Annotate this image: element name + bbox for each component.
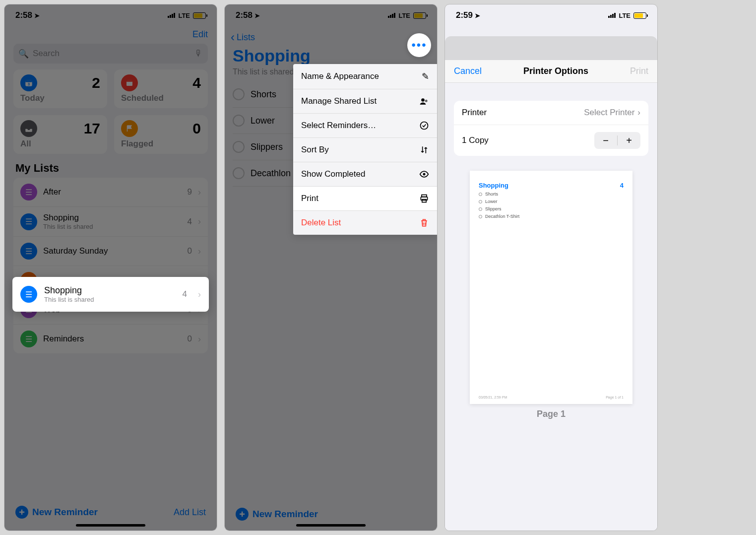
radio-icon[interactable] xyxy=(233,167,245,179)
list-subtitle: This list is shared xyxy=(44,296,176,303)
list-row-reminders[interactable]: ☰ Reminders 0 › xyxy=(13,325,208,353)
edit-button[interactable]: Edit xyxy=(192,29,208,40)
nav-bar: Edit xyxy=(4,26,217,42)
printer-row[interactable]: Printer Select Printer › xyxy=(454,101,648,125)
sheet-backdrop xyxy=(445,36,657,60)
card-all[interactable]: 17 All xyxy=(13,115,107,154)
menu-name-appearance[interactable]: Name & Appearance ✎ xyxy=(293,64,437,89)
more-button[interactable]: ••• xyxy=(407,33,431,57)
eye-icon xyxy=(419,169,429,179)
list-name: Saturday Sunday xyxy=(43,246,182,256)
new-reminder-label: New Reminder xyxy=(32,507,98,518)
item-label: Slippers xyxy=(251,142,283,152)
calendar-today-icon: 3 xyxy=(20,74,37,91)
list-row-shopping-highlight[interactable]: ☰ Shopping This list is shared 4 › xyxy=(12,277,209,312)
card-count: 0 xyxy=(192,120,201,137)
print-preview-page[interactable]: Shopping 4 Shorts Lower Slippers Decathl… xyxy=(470,171,632,404)
preview-item: Shorts xyxy=(479,192,624,197)
menu-label: Show Completed xyxy=(301,169,365,179)
list-subtitle: This list is shared xyxy=(43,223,182,230)
mylists-heading: My Lists xyxy=(4,154,217,178)
svg-point-5 xyxy=(421,98,425,102)
status-bar: 2:59 ➤ LTE xyxy=(445,4,657,26)
printer-label: Printer xyxy=(462,108,487,118)
back-button[interactable]: ‹ Lists xyxy=(231,30,255,44)
tray-icon xyxy=(20,120,37,137)
home-indicator xyxy=(76,524,145,527)
chevron-right-icon: › xyxy=(198,246,201,257)
list-icon: ☰ xyxy=(20,184,37,201)
battery-icon xyxy=(193,12,206,19)
select-printer-label: Select Printer xyxy=(584,108,634,118)
location-arrow-icon: ➤ xyxy=(475,12,480,19)
chevron-left-icon: ‹ xyxy=(231,30,235,44)
stepper-plus-button[interactable]: + xyxy=(618,132,640,149)
menu-select-reminders[interactable]: Select Reminders… xyxy=(293,114,437,138)
preview-title: Shopping xyxy=(479,182,508,189)
list-title: Shopping xyxy=(225,46,437,66)
radio-icon[interactable] xyxy=(233,115,245,127)
item-label: Lower xyxy=(251,116,275,126)
list-row-shopping[interactable]: ☰ Shopping This list is shared 4 › xyxy=(13,207,208,237)
list-name: Reminders xyxy=(43,334,182,344)
new-reminder-button[interactable]: + New Reminder xyxy=(15,506,98,519)
menu-sort-by[interactable]: Sort By xyxy=(293,138,437,162)
card-scheduled[interactable]: 4 Scheduled xyxy=(114,69,208,108)
preview-count: 4 xyxy=(620,182,624,189)
menu-show-completed[interactable]: Show Completed xyxy=(293,162,437,187)
list-count: 9 xyxy=(188,187,192,197)
screen-reminders-home: 2:58 ➤ LTE Edit 🔍 Search 🎙 3 2 Today xyxy=(4,4,217,531)
status-time: 2:58 xyxy=(236,10,252,20)
list-icon: ☰ xyxy=(20,331,37,347)
menu-delete-list[interactable]: Delete List xyxy=(293,211,437,235)
copies-row: 1 Copy − + xyxy=(454,125,648,156)
stepper-minus-button[interactable]: − xyxy=(594,132,617,149)
mic-icon[interactable]: 🎙 xyxy=(194,49,203,59)
search-icon: 🔍 xyxy=(18,49,29,59)
pencil-icon: ✎ xyxy=(422,71,429,82)
add-list-button[interactable]: Add List xyxy=(174,507,206,518)
chevron-right-icon: › xyxy=(198,187,201,198)
list-icon: ☰ xyxy=(20,243,37,260)
location-arrow-icon: ➤ xyxy=(34,12,40,19)
search-placeholder: Search xyxy=(33,49,60,59)
card-count: 2 xyxy=(92,74,100,91)
flag-icon xyxy=(121,120,138,137)
signal-icon xyxy=(608,13,616,18)
sort-icon xyxy=(419,145,429,155)
network-label: LTE xyxy=(398,12,410,19)
card-flagged[interactable]: 0 Flagged xyxy=(114,115,208,154)
search-field[interactable]: 🔍 Search 🎙 xyxy=(13,44,208,64)
preview-item: Decathlon T-Shirt xyxy=(479,214,624,219)
chevron-right-icon: › xyxy=(198,216,201,227)
card-label: Today xyxy=(20,93,100,103)
svg-point-8 xyxy=(423,173,426,176)
battery-icon xyxy=(633,12,646,19)
back-label: Lists xyxy=(237,32,255,43)
new-reminder-button[interactable]: + New Reminder xyxy=(236,508,426,521)
list-name: After xyxy=(43,187,182,197)
signal-icon xyxy=(388,13,395,18)
list-row-after[interactable]: ☰ After 9 › xyxy=(13,178,208,207)
card-label: Flagged xyxy=(121,139,201,149)
card-today[interactable]: 3 2 Today xyxy=(13,69,107,108)
list-icon: ☰ xyxy=(20,286,37,303)
radio-icon[interactable] xyxy=(233,88,245,100)
menu-label: Select Reminders… xyxy=(301,121,376,131)
context-menu: Name & Appearance ✎ Manage Shared List S… xyxy=(293,64,437,235)
menu-manage-shared[interactable]: Manage Shared List xyxy=(293,89,437,114)
status-time: 2:58 xyxy=(15,10,32,20)
menu-label: Delete List xyxy=(301,218,341,228)
preview-item: Lower xyxy=(479,199,624,204)
radio-icon[interactable] xyxy=(233,141,245,153)
menu-label: Manage Shared List xyxy=(301,96,377,106)
chevron-right-icon: › xyxy=(637,108,640,118)
cancel-button[interactable]: Cancel xyxy=(454,66,482,76)
location-arrow-icon: ➤ xyxy=(254,12,260,19)
network-label: LTE xyxy=(178,12,190,19)
menu-print[interactable]: Print xyxy=(293,187,437,211)
print-button[interactable]: Print xyxy=(630,66,648,76)
preview-item: Slippers xyxy=(479,206,624,211)
svg-point-7 xyxy=(421,122,428,130)
list-row-saturday[interactable]: ☰ Saturday Sunday 0 › xyxy=(13,237,208,266)
